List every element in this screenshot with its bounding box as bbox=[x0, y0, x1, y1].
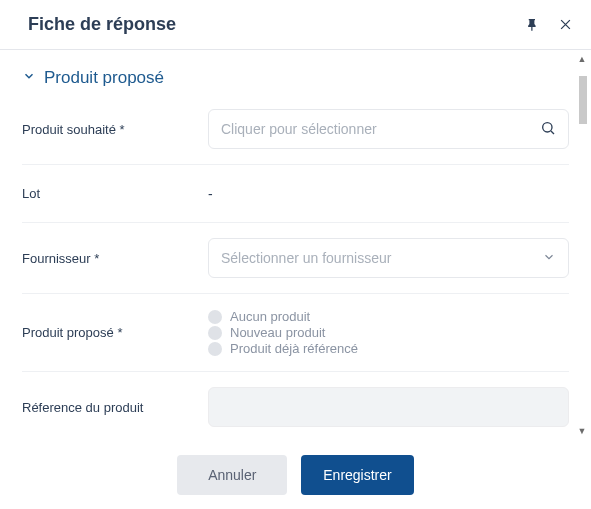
desired-product-lookup[interactable]: Cliquer pour sélectionner bbox=[208, 109, 569, 149]
label-lot: Lot bbox=[22, 186, 208, 201]
svg-line-1 bbox=[551, 131, 554, 134]
save-button[interactable]: Enregistrer bbox=[301, 455, 413, 495]
svg-point-0 bbox=[543, 122, 552, 131]
supplier-placeholder: Sélectionner un fournisseur bbox=[221, 250, 391, 266]
label-desired-product: Produit souhaité * bbox=[22, 122, 208, 137]
scroll-down-icon[interactable]: ▼ bbox=[577, 426, 587, 436]
supplier-select[interactable]: Sélectionner un fournisseur bbox=[208, 238, 569, 278]
radio-option-new[interactable]: Nouveau produit bbox=[208, 325, 569, 340]
content-wrapper: Produit proposé Produit souhaité * Cliqu… bbox=[0, 50, 591, 440]
chevron-down-icon bbox=[542, 250, 556, 267]
lot-value: - bbox=[208, 186, 213, 202]
row-supplier: Fournisseur * Sélectionner un fournisseu… bbox=[22, 223, 569, 294]
radio-dot-icon bbox=[208, 310, 222, 324]
section-toggle-produit-propose[interactable]: Produit proposé bbox=[18, 50, 573, 94]
scroll-up-icon[interactable]: ▲ bbox=[577, 54, 587, 64]
close-icon[interactable] bbox=[558, 17, 573, 32]
label-proposed-product: Produit proposé * bbox=[22, 325, 208, 340]
row-product-reference: Réference du produit bbox=[22, 372, 569, 440]
form-rows: Produit souhaité * Cliquer pour sélectio… bbox=[18, 94, 573, 440]
pin-icon[interactable] bbox=[525, 17, 540, 32]
panel-title: Fiche de réponse bbox=[28, 14, 176, 35]
content-scroll: Produit proposé Produit souhaité * Cliqu… bbox=[0, 50, 591, 440]
radio-label: Aucun produit bbox=[230, 309, 310, 324]
panel-header: Fiche de réponse bbox=[0, 0, 591, 50]
cancel-button[interactable]: Annuler bbox=[177, 455, 287, 495]
scrollbar-thumb[interactable] bbox=[579, 76, 587, 124]
radio-label: Produit déjà référencé bbox=[230, 341, 358, 356]
radio-dot-icon bbox=[208, 342, 222, 356]
radio-label: Nouveau produit bbox=[230, 325, 325, 340]
section-title: Produit proposé bbox=[44, 68, 164, 88]
panel-footer: Annuler Enregistrer bbox=[0, 441, 591, 509]
chevron-down-icon bbox=[22, 69, 36, 87]
label-supplier: Fournisseur * bbox=[22, 251, 208, 266]
proposed-product-radio-group: Aucun produit Nouveau produit Produit dé… bbox=[208, 309, 569, 356]
desired-product-placeholder: Cliquer pour sélectionner bbox=[221, 121, 377, 137]
radio-option-existing[interactable]: Produit déjà référencé bbox=[208, 341, 569, 356]
search-icon bbox=[540, 120, 556, 139]
product-reference-input[interactable] bbox=[208, 387, 569, 427]
label-product-reference: Réference du produit bbox=[22, 400, 208, 415]
row-proposed-product: Produit proposé * Aucun produit Nouveau … bbox=[22, 294, 569, 372]
row-desired-product: Produit souhaité * Cliquer pour sélectio… bbox=[22, 94, 569, 165]
header-actions bbox=[525, 17, 573, 32]
radio-dot-icon bbox=[208, 326, 222, 340]
row-lot: Lot - bbox=[22, 165, 569, 223]
radio-option-none[interactable]: Aucun produit bbox=[208, 309, 569, 324]
